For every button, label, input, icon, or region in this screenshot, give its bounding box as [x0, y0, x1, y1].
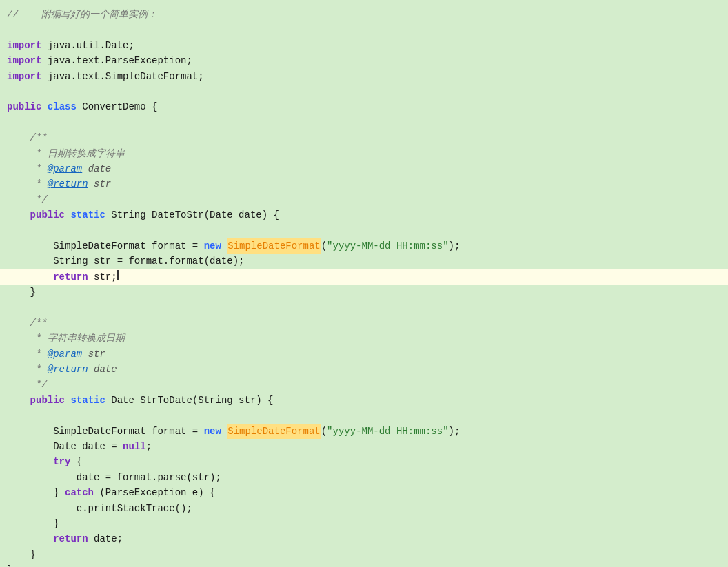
line-text	[65, 393, 70, 408]
keyword-static: static	[70, 207, 105, 223]
line-text: String str = format.format(date);	[7, 254, 244, 269]
line-text	[65, 207, 70, 223]
code-editor: // 附编写好的一个简单实例： import java.util.Date; i…	[0, 0, 728, 567]
code-line-print-stack: e.printStackTrace();	[0, 501, 728, 516]
line-text: date = format.parse(str);	[7, 470, 221, 485]
code-line-blank-2	[0, 84, 728, 99]
line-text: ConvertDemo {	[77, 99, 158, 114]
code-line-return-str: return str;	[0, 269, 728, 285]
code-line-1: // 附编写好的一个简单实例：	[0, 7, 728, 22]
code-line-javadoc1-param: * @param date	[0, 161, 728, 176]
code-line-class: public class ConvertDemo {	[0, 99, 728, 114]
line-text	[7, 22, 12, 37]
line-text: java.text.ParseException;	[41, 53, 192, 68]
code-line-close1: }	[0, 285, 728, 300]
keyword-import: import	[7, 38, 41, 53]
line-text: }	[7, 516, 59, 531]
code-line-import1: import java.util.Date;	[0, 38, 728, 53]
line-text	[7, 531, 53, 546]
class-name-highlight: SimpleDateFormat	[227, 238, 321, 254]
line-text: str	[88, 176, 112, 192]
line-text: str	[82, 347, 105, 362]
line-text: *	[7, 347, 48, 362]
line-text: );	[449, 424, 461, 439]
cursor	[117, 270, 119, 280]
line-text: ;	[146, 439, 152, 454]
javadoc-tag: @param	[48, 161, 82, 176]
string-value: "yyyy-MM-dd HH:mm:ss"	[327, 424, 448, 439]
line-text: }	[7, 547, 36, 562]
code-line-javadoc2-param: * @param str	[0, 347, 728, 362]
line-text: Date date =	[7, 439, 123, 454]
line-text: */	[7, 377, 48, 392]
code-line-javadoc2-desc: * 字符串转换成日期	[0, 331, 728, 346]
line-text: String DateToStr(Date date) {	[105, 207, 279, 223]
code-line-catch-close: }	[0, 516, 728, 531]
javadoc-tag: @return	[48, 176, 88, 192]
keyword-static: static	[70, 393, 105, 408]
code-line-sdf2: SimpleDateFormat format = new SimpleDate…	[0, 424, 728, 439]
code-line-try: try {	[0, 454, 728, 469]
keyword-public: public	[30, 207, 65, 223]
code-line-close2: }	[0, 547, 728, 562]
keyword-null: null	[123, 439, 146, 454]
line-text: date;	[88, 531, 123, 546]
line-text: java.text.SimpleDateFormat;	[41, 69, 203, 84]
line-text: /**	[7, 130, 48, 145]
line-text	[221, 238, 227, 254]
code-line-close3: }	[0, 562, 728, 567]
code-line-javadoc1-return: * @return str	[0, 176, 728, 192]
line-text	[7, 115, 12, 130]
line-text: date	[82, 161, 111, 176]
line-text: (ParseException e) {	[94, 485, 215, 500]
code-line-javadoc2-return: * @return date	[0, 362, 728, 377]
line-text: Date StrToDate(String str) {	[105, 393, 274, 408]
keyword-return: return	[53, 531, 88, 546]
code-line-sdf1: SimpleDateFormat format = new SimpleDate…	[0, 238, 728, 254]
keyword-public: public	[7, 99, 41, 114]
line-text: (	[321, 238, 327, 254]
line-text: *	[7, 362, 48, 377]
line-text: SimpleDateFormat format =	[7, 238, 204, 254]
line-text: // 附编写好的一个简单实例：	[7, 7, 157, 22]
keyword-public: public	[30, 393, 65, 408]
keyword-class: class	[48, 99, 77, 114]
code-line-catch: } catch (ParseException e) {	[0, 485, 728, 500]
keyword-import: import	[7, 53, 41, 68]
keyword-new: new	[204, 238, 221, 254]
code-line-blank-4	[0, 223, 728, 238]
line-text	[7, 269, 53, 285]
line-text	[7, 408, 12, 423]
code-line-blank-3	[0, 115, 728, 130]
code-line-date-null: Date date = null ;	[0, 439, 728, 454]
code-line-method1-decl: public static String DateToStr(Date date…	[0, 207, 728, 223]
line-text: *	[7, 176, 48, 192]
keyword-catch: catch	[65, 485, 94, 500]
keyword-return: return	[53, 269, 88, 285]
javadoc-tag: @return	[48, 362, 88, 377]
code-line-import3: import java.text.SimpleDateFormat;	[0, 69, 728, 84]
code-line-str-format: String str = format.format(date);	[0, 254, 728, 269]
code-line-import2: import java.text.ParseException;	[0, 53, 728, 68]
code-line-method2-decl: public static Date StrToDate(String str)…	[0, 393, 728, 408]
line-text	[221, 424, 227, 439]
code-line-return-date: return date;	[0, 531, 728, 546]
line-text	[7, 300, 12, 315]
line-text: }	[7, 285, 36, 300]
keyword-import: import	[7, 69, 41, 84]
line-text	[7, 454, 53, 469]
code-line-javadoc2-start: /**	[0, 316, 728, 331]
keyword-try: try	[53, 454, 70, 469]
line-text: SimpleDateFormat format =	[7, 424, 204, 439]
line-text: }	[7, 562, 12, 567]
code-line-javadoc1-desc: * 日期转换成字符串	[0, 146, 728, 161]
line-text	[7, 84, 12, 99]
line-text	[7, 393, 30, 408]
line-text: */	[7, 192, 48, 207]
line-text: str;	[88, 269, 117, 285]
line-text: (	[321, 424, 327, 439]
line-text	[41, 99, 47, 114]
code-line-blank-1	[0, 22, 728, 37]
javadoc-tag: @param	[48, 347, 82, 362]
code-line-blank-6	[0, 408, 728, 423]
